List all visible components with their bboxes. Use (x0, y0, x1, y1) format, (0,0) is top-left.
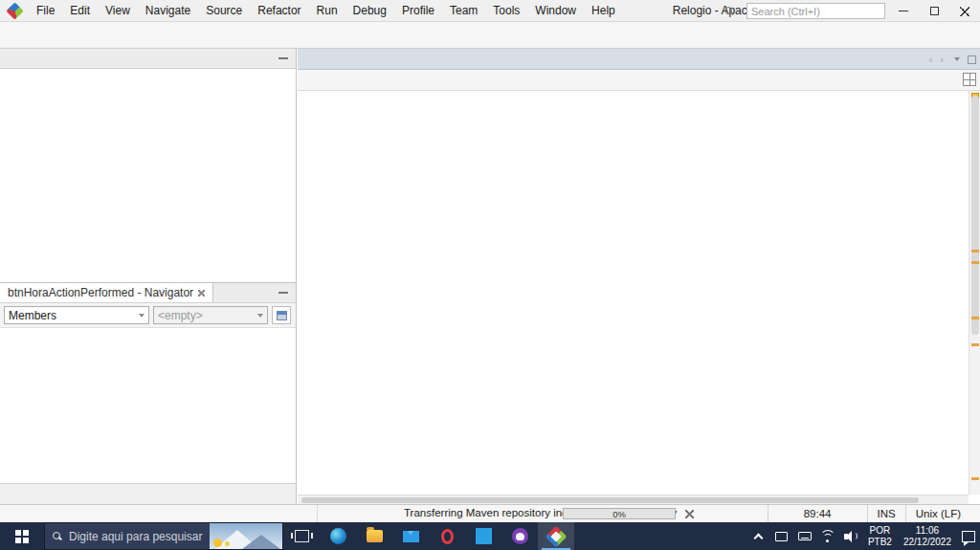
taskbar-app-vscode[interactable] (465, 522, 501, 550)
error-stripe-mark[interactable] (971, 317, 979, 319)
sun-icon (213, 539, 222, 547)
error-stripe-mark[interactable] (971, 261, 979, 264)
close-button[interactable] (949, 0, 980, 22)
status-bar: Transferring Maven repository index: Cen… (0, 504, 980, 522)
minimize-button[interactable] (888, 0, 919, 22)
volume-tray-button[interactable] (839, 522, 862, 550)
menu-refactor[interactable]: Refactor (250, 0, 308, 21)
netbeans-ide-window: { "window": { "title": "Relogio - Apache… (0, 0, 980, 550)
cancel-progress-icon[interactable] (685, 510, 694, 518)
tablet-icon (775, 532, 788, 541)
chevron-down-icon (139, 314, 145, 318)
weather-widget[interactable] (210, 523, 282, 549)
file-explorer-icon (367, 530, 383, 542)
panel-minimize-icon[interactable] (278, 292, 288, 294)
error-stripe-mark[interactable] (971, 477, 979, 480)
language-indicator[interactable]: PORPTB2 (862, 525, 898, 548)
taskbar-search-placeholder: Digite aqui para pesquisar (69, 530, 202, 543)
navigator-filters: Members <empty> (0, 303, 296, 328)
menu-run[interactable]: Run (309, 0, 345, 21)
taskbar-app-mail[interactable] (392, 522, 429, 550)
maximize-editor-icon[interactable] (968, 55, 976, 64)
menu-source[interactable]: Source (198, 0, 250, 21)
menu-profile[interactable]: Profile (394, 0, 442, 21)
network-tray-button[interactable] (816, 522, 839, 550)
taskbar-app-edge[interactable] (320, 522, 356, 550)
netbeans-icon (546, 525, 568, 547)
menu-help[interactable]: Help (584, 0, 623, 21)
menu-navigate[interactable]: Navigate (138, 0, 198, 21)
main-toolbar (0, 22, 980, 49)
editor-area: ‹ › (298, 49, 980, 504)
error-stripe-mark[interactable] (971, 250, 979, 253)
keyboard-tray-button[interactable] (793, 522, 816, 550)
menu-bar: FileEditViewNavigateSourceRefactorRunDeb… (29, 0, 623, 21)
volume-icon (844, 531, 858, 542)
scroll-tabs-right-icon[interactable]: › (940, 54, 944, 65)
taskbar-app-opera[interactable] (429, 522, 465, 550)
scroll-tabs-left-icon[interactable]: ‹ (929, 54, 933, 65)
horizontal-scrollbar[interactable] (298, 495, 969, 504)
taskbar-app-netbeans[interactable] (538, 522, 574, 550)
menu-edit[interactable]: Edit (62, 0, 98, 21)
github-icon (512, 528, 528, 544)
taskbar-app-explorer[interactable] (356, 522, 392, 550)
tab-list-icon[interactable] (954, 57, 960, 61)
insert-mode[interactable]: INS (867, 505, 905, 522)
windows-logo-icon (15, 530, 29, 543)
horizontal-scrollbar-thumb[interactable] (301, 497, 919, 503)
progress-bar: 0% (563, 508, 676, 519)
chevron-up-icon (754, 533, 764, 542)
projects-tree (0, 69, 296, 72)
search-icon[interactable] (724, 7, 733, 15)
ide-search[interactable]: Search (Ctrl+I) (724, 3, 885, 19)
caret-position: 89:44 (768, 505, 867, 522)
clock[interactable]: 11:0622/12/2022 (898, 525, 957, 548)
split-document-icon[interactable] (963, 73, 976, 86)
close-tab-icon[interactable] (198, 290, 205, 297)
windows-taskbar: Digite aqui para pesquisar PORPTB2 11:06… (0, 522, 980, 550)
navigator-tree (0, 328, 296, 331)
editor-toolbar (298, 70, 980, 91)
maximize-button[interactable] (919, 0, 949, 22)
taskbar-app-github[interactable] (501, 522, 538, 550)
start-button[interactable] (0, 522, 44, 550)
task-view-icon (295, 530, 309, 542)
title-bar: FileEditViewNavigateSourceRefactorRunDeb… (0, 0, 980, 22)
menu-view[interactable]: View (98, 0, 138, 21)
taskbar-search[interactable]: Digite aqui para pesquisar (44, 522, 283, 550)
netbeans-logo-icon (6, 2, 23, 19)
error-stripe-mark[interactable] (971, 343, 979, 346)
action-center-icon (962, 531, 975, 542)
editor-tabs: ‹ › (298, 49, 980, 70)
mail-icon (403, 531, 419, 542)
menu-team[interactable]: Team (442, 0, 485, 21)
chevron-down-icon (257, 314, 263, 318)
task-view-button[interactable] (283, 522, 320, 550)
line-ending[interactable]: Unix (LF) (905, 505, 970, 522)
navigator-filter-bar (0, 483, 296, 504)
search-input[interactable]: Search (Ctrl+I) (746, 3, 885, 19)
edge-icon (330, 528, 346, 544)
members-filter-select[interactable]: Members (4, 306, 149, 324)
tab-navigator[interactable]: btnHoraActionPerformed - Navigator (0, 283, 213, 302)
menu-tools[interactable]: Tools (485, 0, 527, 21)
error-stripe[interactable] (969, 91, 980, 495)
code-editor[interactable] (298, 91, 969, 495)
scope-filter-select[interactable]: <empty> (153, 306, 268, 324)
vertical-scrollbar[interactable] (971, 96, 979, 335)
action-center-button[interactable] (957, 522, 980, 550)
projects-panel-tabs (0, 49, 296, 69)
hidden-icons-button[interactable] (747, 522, 770, 550)
menu-window[interactable]: Window (527, 0, 584, 21)
system-tray: PORPTB2 11:0622/12/2022 (747, 522, 980, 550)
menu-file[interactable]: File (29, 0, 62, 21)
navigator-tab-label: btnHoraActionPerformed - Navigator (8, 286, 193, 299)
grid-icon (277, 311, 287, 320)
inherited-members-toggle[interactable] (272, 306, 291, 324)
window-controls (888, 0, 980, 22)
device-tray-button[interactable] (770, 522, 793, 550)
menu-debug[interactable]: Debug (345, 0, 394, 21)
keyboard-icon (798, 532, 812, 540)
panel-minimize-icon[interactable] (278, 57, 288, 59)
